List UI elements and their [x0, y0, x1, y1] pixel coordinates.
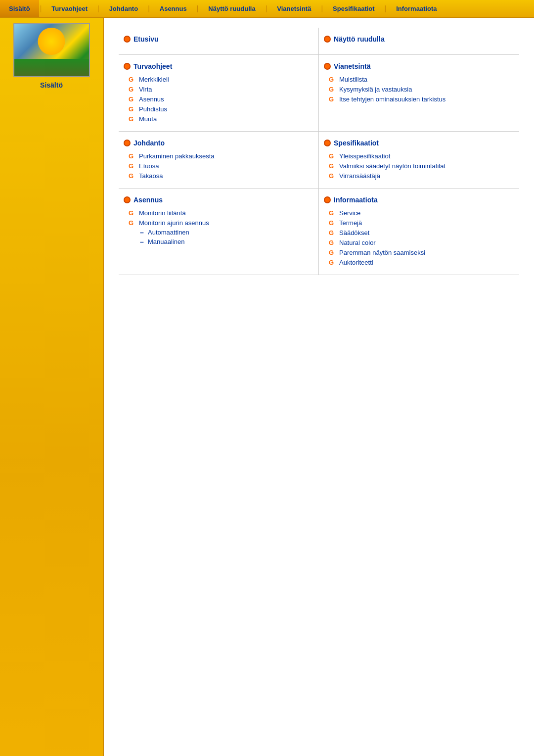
svg-text:G: G — [129, 219, 134, 227]
section-informaatiota: Informaatiota G Service G Termejä G — [319, 189, 519, 275]
menu-item-puhdistus[interactable]: G Puhdistus — [124, 104, 309, 114]
circle-icon-turvaohjeet — [124, 63, 131, 70]
svg-text:G: G — [129, 172, 134, 180]
circle-icon-spesifikaatiot — [324, 140, 331, 146]
g-icon: G — [329, 85, 337, 93]
g-icon: G — [329, 172, 337, 180]
circle-icon-informaatiota — [324, 196, 331, 203]
nav-item-asennus[interactable]: Asennus — [151, 0, 196, 17]
svg-text:G: G — [329, 209, 334, 217]
g-icon: G — [329, 248, 337, 256]
svg-text:G: G — [329, 172, 334, 180]
menu-item-monitorin-ajurin[interactable]: G Monitorin ajurin asennus — [124, 218, 309, 228]
svg-text:G: G — [129, 95, 134, 103]
svg-text:G: G — [129, 162, 134, 170]
menu-item-valmiiksi[interactable]: G Valmiiksi säädetyt näytön toimintatila… — [324, 161, 509, 171]
sidebar-title: Sisältö — [40, 81, 63, 89]
section-asennus: Asennus G Monitorin liitäntä G Monitorin… — [119, 189, 319, 275]
menu-item-takaosa[interactable]: G Takaosa — [124, 171, 309, 181]
menu-item-kysymyksia[interactable]: G Kysymyksiä ja vastauksia — [324, 84, 509, 94]
sidebar: Sisältö — [0, 18, 104, 756]
g-icon: G — [129, 75, 136, 83]
section-spesifikaatiot: Spesifikaatiot G Yleisspesifikaatiot G V… — [319, 132, 519, 189]
nav-sep-1: | — [39, 4, 43, 12]
circle-icon-naytto — [324, 36, 331, 43]
nav-sep-4: | — [196, 4, 200, 12]
section-etusivu: Etusivu — [119, 28, 319, 55]
svg-text:G: G — [329, 259, 334, 266]
content-grid: Etusivu Näyttö ruudulla Turvaohjeet G — [119, 28, 519, 275]
section-johdanto: Johdanto G Purkaminen pakkauksesta G Etu… — [119, 132, 319, 189]
svg-text:G: G — [329, 219, 334, 227]
ground-graphic — [14, 59, 89, 76]
sun-graphic — [38, 28, 65, 55]
section-title-asennus[interactable]: Asennus — [124, 196, 309, 204]
nav-item-turvaohjeet[interactable]: Turvaohjeet — [43, 0, 96, 17]
circle-icon-asennus — [124, 196, 131, 203]
g-icon: G — [129, 162, 136, 170]
nav-item-spesifikaatiot[interactable]: Spesifikaatiot — [324, 0, 384, 17]
g-icon: G — [129, 115, 136, 123]
menu-item-yleisspesifikaatiot[interactable]: G Yleisspesifikaatiot — [324, 151, 509, 161]
menu-item-monitorin-liitanta[interactable]: G Monitorin liitäntä — [124, 208, 309, 218]
section-title-spesifikaatiot[interactable]: Spesifikaatiot — [324, 139, 509, 147]
nav-item-sisalto[interactable]: Sisältö — [0, 0, 39, 17]
circle-icon-vianetsinta — [324, 63, 331, 70]
menu-item-auktoriteetti[interactable]: G Auktoriteetti — [324, 257, 509, 267]
g-icon: G — [129, 219, 136, 227]
top-navigation: Sisältö | Turvaohjeet | Johdanto | Asenn… — [0, 0, 534, 18]
nav-sep-5: | — [265, 4, 268, 12]
g-icon: G — [329, 238, 337, 246]
g-icon: G — [329, 219, 337, 227]
menu-item-asennus-sub[interactable]: G Asennus — [124, 94, 309, 104]
svg-text:G: G — [329, 152, 334, 160]
menu-item-service[interactable]: G Service — [324, 208, 509, 218]
svg-text:G: G — [329, 249, 334, 256]
menu-item-automaattinen[interactable]: – Automaattinen — [124, 228, 309, 237]
menu-item-virrensaastaja[interactable]: G Virransäästäjä — [324, 171, 509, 181]
menu-item-muistilista[interactable]: G Muistilista — [324, 74, 509, 84]
g-icon: G — [129, 85, 136, 93]
svg-text:G: G — [129, 115, 134, 123]
svg-text:G: G — [329, 162, 334, 170]
dash-icon: – — [138, 238, 145, 245]
g-icon: G — [329, 162, 337, 170]
section-title-informaatiota[interactable]: Informaatiota — [324, 196, 509, 204]
g-icon: G — [329, 75, 337, 83]
g-icon: G — [329, 152, 337, 160]
nav-item-informaatiota[interactable]: Informaatiota — [387, 0, 445, 17]
g-icon: G — [129, 172, 136, 180]
svg-text:G: G — [329, 76, 334, 83]
nav-sep-7: | — [384, 4, 388, 12]
svg-text:G: G — [129, 209, 134, 217]
g-icon: G — [329, 209, 337, 217]
menu-item-natural-color[interactable]: G Natural color — [324, 237, 509, 247]
menu-item-itse-tehtyjen[interactable]: G Itse tehtyjen ominaisuuksien tarkistus — [324, 94, 509, 104]
section-turvaohjeet: Turvaohjeet G Merkkikieli G Virta G — [119, 55, 319, 132]
menu-item-virta[interactable]: G Virta — [124, 84, 309, 94]
section-title-vianetsinta[interactable]: Vianetsintä — [324, 62, 509, 70]
svg-text:G: G — [129, 152, 134, 160]
nav-sep-3: | — [147, 4, 151, 12]
dash-icon: – — [138, 229, 145, 236]
nav-item-naytto[interactable]: Näyttö ruudulla — [199, 0, 264, 17]
menu-item-etuosa[interactable]: G Etuosa — [124, 161, 309, 171]
nav-item-johdanto[interactable]: Johdanto — [100, 0, 147, 17]
section-title-turvaohjeet[interactable]: Turvaohjeet — [124, 62, 309, 70]
menu-item-manuaalinen[interactable]: – Manuaalinen — [124, 237, 309, 246]
sidebar-image — [13, 23, 90, 77]
section-title-etusivu[interactable]: Etusivu — [124, 35, 309, 43]
section-title-johdanto[interactable]: Johdanto — [124, 139, 309, 147]
section-title-naytto[interactable]: Näyttö ruudulla — [324, 35, 509, 43]
menu-item-paremman[interactable]: G Paremman näytön saamiseksi — [324, 247, 509, 257]
nav-item-vianetsinta[interactable]: Vianetsintä — [268, 0, 320, 17]
svg-text:G: G — [129, 76, 134, 83]
menu-item-termeja[interactable]: G Termejä — [324, 218, 509, 228]
section-naytto: Näyttö ruudulla — [319, 28, 519, 55]
menu-item-muuta[interactable]: G Muuta — [124, 114, 309, 124]
g-icon: G — [329, 229, 337, 236]
menu-item-saadokset[interactable]: G Säädökset — [324, 228, 509, 237]
menu-item-merkkikieli[interactable]: G Merkkikieli — [124, 74, 309, 84]
menu-item-purkaminen[interactable]: G Purkaminen pakkauksesta — [124, 151, 309, 161]
nav-sep-6: | — [320, 4, 324, 12]
